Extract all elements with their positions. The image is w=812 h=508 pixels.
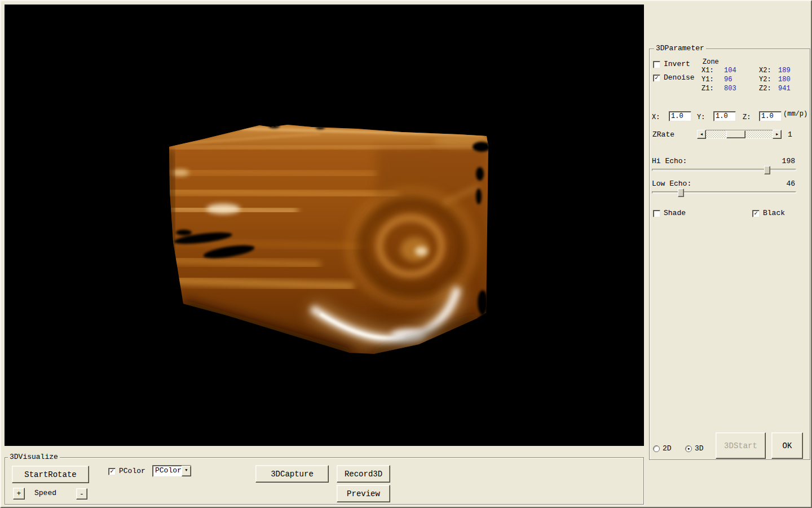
scale-y-label: Y:	[697, 113, 705, 121]
zrate-track[interactable]	[706, 130, 773, 139]
shade-checkbox[interactable]	[653, 210, 660, 217]
zone-label: Zone	[703, 58, 719, 66]
app-window: 3DParameter Invert ✓ Denoise Zone X1: 10…	[0, 0, 812, 508]
dropdown-arrow-icon[interactable]: ▼	[182, 466, 191, 476]
hi-echo-slider-thumb[interactable]	[764, 166, 770, 174]
pcolor-checkbox[interactable]: ✓	[108, 468, 116, 475]
zone-x1-value: 104	[724, 66, 759, 75]
3dcapture-button[interactable]: 3DCapture	[255, 465, 329, 483]
speed-plus-button[interactable]: +	[13, 488, 25, 500]
volume-render-3d	[5, 5, 644, 446]
mode-3d-label: 3D	[695, 445, 704, 453]
zrate-label: ZRate	[652, 131, 674, 139]
zrate-value: 1	[788, 131, 792, 139]
zone-x1-label: X1:	[701, 66, 724, 75]
invert-checkbox[interactable]	[653, 61, 660, 68]
parameter-panel-title: 3DParameter	[654, 45, 706, 52]
visualize-panel: 3DVisualize StartRotate ✓ PColor PColor …	[5, 457, 644, 505]
scale-x-label: X:	[652, 113, 660, 121]
mode-2d-label: 2D	[663, 445, 672, 453]
zrate-left-arrow-icon[interactable]: ◄	[697, 130, 706, 139]
scale-z-label: Z:	[743, 113, 751, 121]
denoise-label: Denoise	[664, 74, 695, 82]
visualize-panel-title: 3DVisualize	[8, 453, 60, 461]
start-rotate-button[interactable]: StartRotate	[12, 466, 89, 483]
pcolor-label: PColor	[119, 467, 145, 475]
black-checkbox[interactable]: ✓	[752, 210, 760, 217]
low-echo-slider[interactable]	[652, 191, 796, 194]
zone-y1-value: 96	[724, 75, 759, 84]
pcolor-dropdown[interactable]: PColor ▼	[152, 465, 191, 477]
shade-label: Shade	[664, 209, 686, 217]
hi-echo-label: Hi Echo:	[652, 157, 687, 165]
render-viewport[interactable]	[5, 5, 644, 446]
zone-x2-value: 189	[778, 66, 803, 75]
hi-echo-slider[interactable]	[652, 169, 796, 171]
3dstart-button[interactable]: 3DStart	[716, 432, 766, 459]
pcolor-dropdown-value: PColor	[153, 466, 182, 476]
mode-2d-radio[interactable]	[653, 445, 660, 452]
speed-minus-button[interactable]: -	[76, 488, 87, 500]
black-label: Black	[763, 209, 785, 217]
zrate-right-arrow-icon[interactable]: ►	[773, 130, 782, 139]
low-echo-label: Low Echo:	[652, 180, 691, 188]
zrate-thumb[interactable]	[726, 130, 745, 138]
ok-button[interactable]: OK	[771, 432, 803, 459]
scale-y-input[interactable]	[713, 111, 736, 121]
hi-echo-value: 198	[751, 157, 795, 165]
speed-label: Speed	[34, 489, 56, 497]
zone-y2-label: Y2:	[759, 75, 778, 84]
scale-unit-label: (mm/p)	[783, 110, 807, 118]
zone-z1-value: 803	[724, 84, 759, 93]
mode-3d-radio[interactable]: ●	[685, 445, 692, 452]
zone-z2-label: Z2:	[759, 84, 778, 93]
low-echo-slider-thumb[interactable]	[678, 189, 684, 197]
preview-button[interactable]: Preview	[337, 485, 390, 502]
scale-x-input[interactable]	[669, 111, 691, 121]
zone-values: X1: 104 X2: 189 Y1: 96 Y2: 180 Z1: 803 Z…	[701, 66, 803, 93]
zrate-scrollbar[interactable]: ◄ ►	[697, 130, 782, 139]
parameter-panel: 3DParameter Invert ✓ Denoise Zone X1: 10…	[649, 49, 810, 460]
scale-z-input[interactable]	[759, 111, 782, 121]
zone-y2-value: 180	[778, 75, 803, 84]
zone-y1-label: Y1:	[701, 75, 724, 84]
denoise-checkbox[interactable]: ✓	[653, 75, 660, 82]
low-echo-value: 46	[751, 180, 795, 188]
invert-label: Invert	[664, 60, 690, 68]
zone-z2-value: 941	[778, 84, 803, 93]
zone-z1-label: Z1:	[701, 84, 724, 93]
zone-x2-label: X2:	[759, 66, 778, 75]
record3d-button[interactable]: Record3D	[337, 465, 390, 483]
